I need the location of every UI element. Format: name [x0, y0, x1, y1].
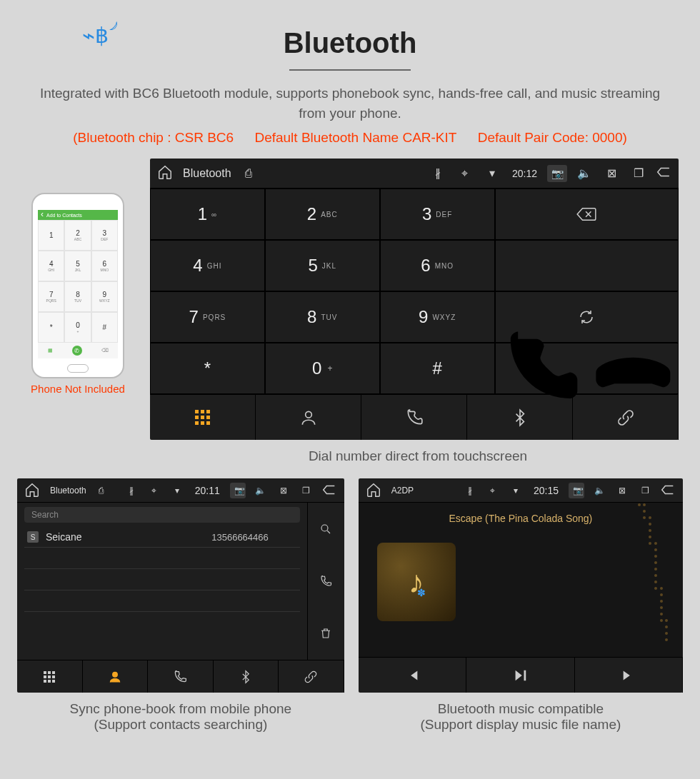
contacts-side-actions [307, 503, 344, 660]
recents-icon[interactable]: ❐ [299, 486, 314, 496]
spec-line: (Bluetooth chip : CSR BC6 Default Blueto… [0, 130, 700, 146]
bottom-tab-bar [150, 394, 679, 440]
phone-mock-keypad: 12ABC3DEF4GHI5JKL6MNO7PQRS8TUV9WXYZ*0+# [38, 220, 118, 343]
tab-call-log[interactable] [361, 395, 467, 440]
svg-point-2 [112, 672, 117, 677]
tab-bt-settings[interactable] [467, 395, 573, 440]
tab-contacts[interactable] [256, 395, 361, 440]
contacts-caption: Sync phone-book from mobile phone (Suppo… [17, 693, 344, 733]
screenshot-icon[interactable]: 📷 [569, 483, 584, 498]
spec-chip: (Bluetooth chip : CSR BC6 [73, 130, 234, 145]
contact-name: Seicane [46, 531, 82, 543]
volume-icon[interactable]: 🔈 [574, 166, 594, 180]
contact-row[interactable]: S Seicane 13566664466 [24, 527, 300, 548]
lead-text: Integrated with BC6 Bluetooth module, su… [0, 84, 700, 123]
close-icon[interactable]: ⊠ [276, 486, 291, 496]
status-bar: A2DP ∦ ⌖ ▾ 20:15 📷 🔈 ⊠ ❐ [359, 478, 683, 503]
location-icon: ⌖ [455, 167, 475, 180]
side-search-button[interactable] [308, 503, 344, 555]
recents-icon[interactable]: ❐ [629, 166, 649, 180]
wifi-icon: ▾ [169, 486, 185, 496]
contact-badge: S [27, 531, 39, 543]
close-icon[interactable]: ⊠ [601, 166, 621, 180]
statusbar-title: Bluetooth [50, 486, 86, 496]
contact-number: 13566664466 [211, 532, 269, 543]
dialer-caption: Dial number direct from touchscreen [136, 440, 700, 464]
key-6[interactable]: 6MNO [380, 240, 495, 291]
usb-icon: ⎙ [239, 167, 259, 180]
music-note-icon: ♪ [409, 564, 424, 600]
album-art: ♪ [377, 543, 456, 621]
svg-point-0 [305, 411, 311, 418]
recents-icon[interactable]: ❐ [637, 486, 653, 496]
tab-call-log[interactable] [148, 660, 214, 693]
status-bar: Bluetooth ⎙ ∦ ⌖ ▾ 20:12 📷 🔈 ⊠ ❐ [150, 159, 679, 189]
phone-not-included-note: Phone Not Included [17, 383, 139, 395]
key-star[interactable]: * [150, 343, 265, 394]
a2dp-body: Escape (The Pina Colada Song) ♪ [359, 503, 683, 657]
search-input[interactable]: Search [24, 507, 300, 523]
status-bar: Bluetooth ⎙ ∦ ⌖ ▾ 20:11 📷 🔈 ⊠ ❐ [17, 478, 344, 503]
key-5[interactable]: 5JKL [265, 240, 380, 291]
bluetooth-status-icon: ∦ [124, 486, 139, 496]
a2dp-caption: Bluetooth music compatible (Support disp… [359, 693, 683, 733]
tab-contacts[interactable] [83, 660, 149, 693]
key-4[interactable]: 4GHI [150, 240, 265, 291]
key-hash[interactable]: # [380, 343, 495, 394]
wifi-icon: ▾ [482, 166, 502, 180]
tab-bt-settings[interactable] [214, 660, 279, 693]
wifi-icon: ▾ [508, 486, 524, 496]
spec-name: Default Bluetooth Name CAR-KIT [254, 130, 456, 145]
statusbar-title: A2DP [391, 486, 414, 496]
next-track-button[interactable] [575, 658, 683, 693]
phone-mock-call-icon: ✆ [72, 346, 82, 356]
back-icon[interactable] [321, 482, 337, 499]
bluetooth-status-icon: ∦ [428, 166, 448, 180]
phone-mock-topbar: Add to Contacts [46, 213, 82, 218]
bottom-tab-bar [17, 660, 344, 693]
tab-dialpad[interactable] [17, 660, 83, 693]
tab-pair[interactable] [573, 395, 679, 440]
side-delete-button[interactable] [308, 608, 344, 660]
media-controls [359, 657, 683, 693]
prev-track-button[interactable] [359, 658, 466, 693]
title-rule [289, 69, 411, 71]
key-3[interactable]: 3DEF [380, 189, 495, 240]
screenshot-icon[interactable]: 📷 [547, 165, 567, 182]
screenshot-icon[interactable]: 📷 [230, 483, 246, 498]
key-0[interactable]: 0+ [265, 343, 380, 394]
bluetooth-status-icon: ∦ [462, 486, 478, 496]
equalizer-visual [473, 546, 669, 643]
key-7[interactable]: 7PQRS [150, 291, 265, 343]
volume-icon[interactable]: 🔈 [591, 486, 607, 496]
key-1[interactable]: 1∞ [150, 189, 265, 240]
svg-point-1 [321, 525, 328, 531]
side-call-button[interactable] [308, 555, 344, 607]
back-icon[interactable] [656, 164, 671, 182]
volume-icon[interactable]: 🔈 [253, 486, 269, 496]
statusbar-time: 20:12 [512, 168, 537, 179]
tab-pair[interactable] [279, 660, 344, 693]
location-icon: ⌖ [146, 486, 162, 496]
phone-mock-column: ⌁฿ ⦆ Add to Contacts 12ABC3DEF4GHI5JKL6M… [17, 159, 139, 395]
phone-mock-keypad-icon: ▦ [48, 348, 53, 353]
statusbar-time: 20:11 [195, 485, 220, 496]
track-title: Escape (The Pina Colada Song) [359, 513, 683, 524]
usb-icon: ⎙ [94, 486, 109, 496]
home-icon[interactable] [24, 482, 40, 499]
play-pause-button[interactable] [466, 658, 574, 693]
backspace-button[interactable] [495, 189, 679, 240]
contacts-panel: Bluetooth ⎙ ∦ ⌖ ▾ 20:11 📷 🔈 ⊠ ❐ Search S [17, 478, 344, 693]
back-icon[interactable] [660, 482, 676, 499]
phone-mock-back-icon [41, 212, 44, 218]
key-8[interactable]: 8TUV [265, 291, 380, 343]
home-icon[interactable] [157, 164, 173, 182]
key-2[interactable]: 2ABC [265, 189, 380, 240]
dial-grid: 1∞ 2ABC 3DEF 4GHI 5JKL 6MNO 7PQRS 8TUV 9… [150, 189, 679, 394]
statusbar-time: 20:15 [534, 485, 559, 496]
tab-dialpad[interactable] [150, 395, 256, 440]
bluetooth-icon: ⌁฿ ⦆ [79, 23, 111, 56]
close-icon[interactable]: ⊠ [614, 486, 630, 496]
key-9[interactable]: 9WXYZ [380, 291, 495, 343]
home-icon[interactable] [366, 482, 381, 499]
